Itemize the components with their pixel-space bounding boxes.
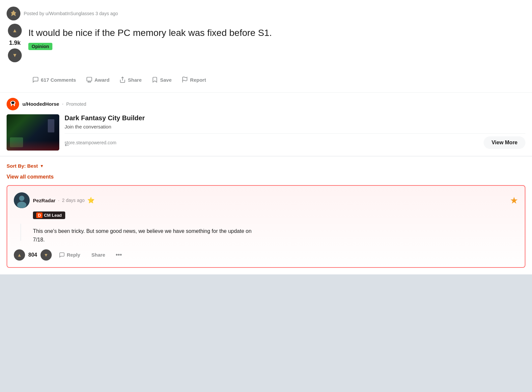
comment-icon (32, 76, 39, 83)
expand-arrows: ↖ ↘ (30, 58, 272, 69)
comment-downvote-button[interactable]: ▼ (41, 249, 52, 261)
star-awarded-icon: ⭐ (87, 197, 95, 204)
comment-share-button[interactable]: Share (88, 250, 109, 260)
ad-title: Dark Fantasy City Builder (65, 114, 525, 122)
comment-body-line2: 7/18. (33, 237, 45, 242)
comment-meta: PezRadar · 2 days ago ⭐ (33, 197, 507, 204)
sort-arrow-icon[interactable]: ▼ (40, 164, 44, 168)
ad-logo-icon (8, 99, 18, 109)
save-button[interactable]: Save (148, 74, 176, 86)
award-button[interactable]: Award (82, 74, 114, 86)
post-meta: Posted by u/WombatInSunglasses 3 days ag… (7, 7, 522, 20)
commenter-avatar-icon (14, 192, 30, 208)
comment-avatar (14, 192, 30, 208)
comment-upvote-button[interactable]: ▲ (14, 249, 25, 261)
flair-d-badge: D (36, 212, 42, 218)
post-action-bar: 617 Comments Award (28, 74, 272, 86)
award-icon (86, 76, 93, 83)
post-vote-title-row: ▲ 1.9k ▼ It would be nice if the PC memo… (7, 24, 522, 86)
ad-username[interactable]: u/HoodedHorse (22, 101, 59, 107)
sort-label[interactable]: Sort By: Best (7, 163, 38, 169)
vote-column: ▲ 1.9k ▼ (7, 24, 23, 62)
comment-vote-count: 804 (28, 252, 37, 258)
comment-body-area: This one's been tricky. But some good ne… (14, 227, 518, 244)
comment-actions: ▲ 804 ▼ Reply Share ••• (14, 249, 518, 261)
ad-separator (65, 133, 525, 134)
post-author-avatar (7, 7, 20, 20)
ad-thumbnail-element2 (48, 119, 54, 132)
ad-promoted-label: Promoted (66, 101, 86, 107)
star-highlight-icon: ★ (510, 195, 518, 206)
ad-thumbnail[interactable] (7, 114, 59, 151)
comments-section: Sort By: Best ▼ View all comments PezRad… (0, 156, 532, 274)
svg-rect-0 (87, 77, 92, 81)
svg-point-13 (17, 202, 26, 208)
main-container: Posted by u/WombatInSunglasses 3 days ag… (0, 0, 532, 274)
save-label: Save (160, 77, 172, 83)
post-author-label: Posted by u/WombatInSunglasses 3 days ag… (24, 11, 118, 16)
ad-thumbnail-glow (7, 141, 59, 151)
ad-thumbnail-bg (7, 114, 59, 151)
flair-text: CM Lead (44, 213, 62, 218)
comment-time: · (58, 198, 59, 203)
comment-username: PezRadar (33, 198, 55, 203)
ad-avatar (7, 98, 19, 110)
reply-button[interactable]: Reply (55, 250, 84, 260)
post-section: Posted by u/WombatInSunglasses 3 days ag… (0, 0, 532, 92)
svg-rect-10 (14, 103, 15, 106)
comment-card: PezRadar · 2 days ago ⭐ ★ D CM Lead This… (7, 185, 525, 267)
ad-user-info: u/HoodedHorse · Promoted (22, 101, 86, 107)
ad-subtitle: Join the conversation (65, 124, 525, 129)
comment-time-value: 2 days ago (62, 198, 85, 203)
view-all-comments-link[interactable]: View all comments (7, 174, 525, 180)
report-button[interactable]: Report (178, 74, 210, 86)
post-flair[interactable]: Opinion (28, 43, 52, 50)
downvote-button[interactable]: ▼ (8, 48, 22, 62)
thread-line (20, 224, 21, 240)
ad-footer: store.steampowered.com View More (65, 136, 525, 149)
save-icon (152, 76, 158, 83)
comment-body-line1: This one's been tricky. But some good ne… (33, 228, 252, 234)
comment-body: This one's been tricky. But some good ne… (33, 227, 518, 244)
comments-label: 617 Comments (41, 77, 76, 83)
svg-rect-9 (11, 103, 12, 106)
comment-more-button[interactable]: ••• (112, 249, 125, 260)
svg-point-12 (19, 196, 24, 201)
ad-section: u/HoodedHorse · Promoted Dark Fantasy Ci… (0, 93, 532, 156)
post-title: It would be nice if the PC memory leak w… (28, 27, 272, 39)
ad-text-block: Dark Fantasy City Builder Join the conve… (65, 114, 525, 149)
comments-button[interactable]: 617 Comments (28, 74, 80, 86)
comment-header: PezRadar · 2 days ago ⭐ ★ (14, 192, 518, 208)
sort-bar: Sort By: Best ▼ (7, 163, 525, 169)
commenter-flair-tag: D CM Lead (33, 211, 65, 219)
commenter-flair-area: D CM Lead (33, 211, 518, 223)
reply-label: Reply (67, 252, 80, 258)
ad-header: u/HoodedHorse · Promoted (7, 98, 525, 110)
ad-dot: · (62, 101, 63, 107)
ad-avatar-inner (7, 98, 19, 110)
post-content-area: It would be nice if the PC memory leak w… (28, 24, 272, 86)
reply-icon (59, 252, 65, 258)
view-more-button[interactable]: View More (484, 136, 525, 149)
upvote-button[interactable]: ▲ (8, 24, 22, 38)
report-icon (182, 76, 188, 83)
vote-count: 1.9k (9, 40, 20, 46)
award-label: Award (95, 77, 110, 83)
report-label: Report (190, 77, 206, 83)
